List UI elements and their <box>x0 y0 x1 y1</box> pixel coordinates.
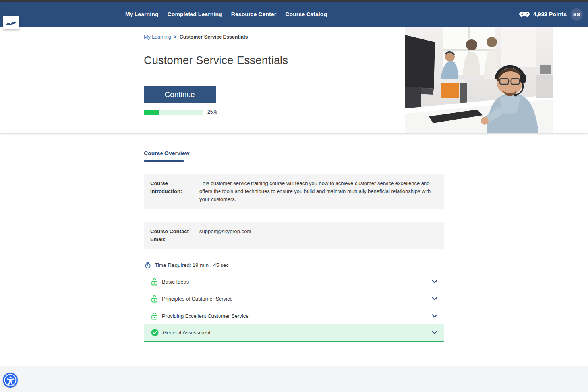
brand-logo[interactable] <box>3 16 19 29</box>
progress-percent-label: 25% <box>207 109 217 115</box>
unlocked-padlock-icon <box>151 278 158 286</box>
unlocked-padlock-icon <box>151 295 158 303</box>
primary-nav: My Learning Completed Learning Resource … <box>125 11 327 17</box>
tab-bar: Course Overview <box>144 150 444 162</box>
course-header: My Learning > Customer Service Essential… <box>0 27 588 133</box>
check-circle-icon <box>151 329 159 336</box>
course-contact-email: support@skyprep.com <box>199 228 437 236</box>
navbar-right: 4,933 Points SS <box>519 2 583 27</box>
page-footer <box>0 366 588 392</box>
time-required-text: Time Required: 19 min , 45 sec <box>155 262 229 268</box>
nav-resource-center[interactable]: Resource Center <box>231 11 277 17</box>
accessibility-widget-button[interactable] <box>3 373 18 388</box>
section-title: Providing Excellent Customer Service <box>162 313 432 319</box>
course-contact-box: Course Contact Email: support@skyprep.co… <box>144 222 444 249</box>
course-introduction-text: This customer service training course wi… <box>199 180 437 203</box>
breadcrumb-current: Customer Service Essentials <box>180 34 248 40</box>
nav-course-catalog[interactable]: Course Catalog <box>285 11 327 17</box>
nav-completed-learning[interactable]: Completed Learning <box>168 11 222 17</box>
section-row-providing-excellent[interactable]: Providing Excellent Customer Service <box>144 307 444 324</box>
progress-bar <box>144 110 203 115</box>
main-navbar: My Learning Completed Learning Resource … <box>0 2 588 27</box>
breadcrumb-my-learning[interactable]: My Learning <box>144 34 171 40</box>
tab-divider <box>144 162 444 162</box>
points-badge[interactable]: 4,933 Points <box>519 11 567 17</box>
chevron-down-icon[interactable] <box>432 280 437 284</box>
accessibility-icon <box>4 374 17 386</box>
stopwatch-icon <box>145 262 151 268</box>
logo-wave-icon <box>6 19 17 26</box>
section-row-basic-ideas[interactable]: Basic Ideas <box>144 273 444 290</box>
unlocked-padlock-icon <box>151 312 158 320</box>
chevron-down-icon[interactable] <box>432 331 437 334</box>
progress-fill <box>144 110 159 115</box>
section-title: Basic Ideas <box>162 279 432 285</box>
tab-course-overview[interactable]: Course Overview <box>144 150 189 162</box>
active-tab-indicator <box>144 160 184 162</box>
time-required-row: Time Required: 19 min , 45 sec <box>144 262 444 268</box>
main-content: Course Overview Course Introduction: Thi… <box>0 133 588 342</box>
section-list: Basic Ideas Principles of Customer Servi… <box>144 273 444 342</box>
continue-button[interactable]: Continue <box>144 86 216 103</box>
section-row-general-assessment[interactable]: General Assessment <box>144 324 444 342</box>
course-introduction-label: Course Introduction: <box>150 180 199 195</box>
section-row-principles[interactable]: Principles of Customer Service <box>144 290 444 307</box>
nav-my-learning[interactable]: My Learning <box>125 11 159 17</box>
user-avatar[interactable]: SS <box>571 8 583 21</box>
points-label: 4,933 Points <box>533 11 567 17</box>
hero-image <box>405 27 553 133</box>
section-title: Principles of Customer Service <box>162 296 432 302</box>
gamepad-icon <box>519 11 530 17</box>
chevron-right-icon: > <box>174 34 177 40</box>
section-title: General Assessment <box>163 330 432 336</box>
course-contact-label: Course Contact Email: <box>150 228 199 243</box>
chevron-down-icon[interactable] <box>432 314 437 318</box>
chevron-down-icon[interactable] <box>432 297 437 301</box>
course-introduction-box: Course Introduction: This customer servi… <box>144 174 444 209</box>
